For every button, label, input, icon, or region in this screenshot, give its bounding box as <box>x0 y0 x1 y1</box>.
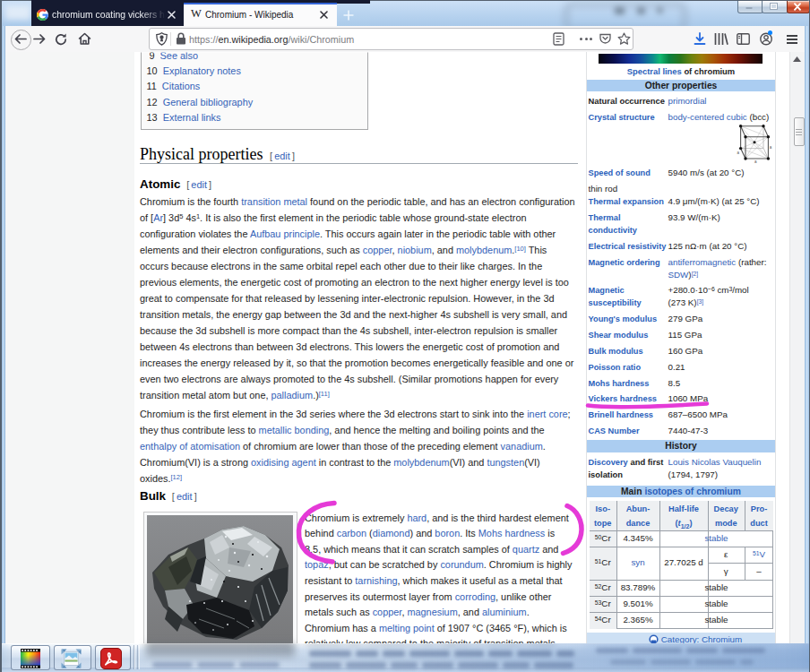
svg-text:a: a <box>754 159 757 164</box>
svg-text:a: a <box>770 145 772 150</box>
svg-text:a: a <box>737 151 740 155</box>
